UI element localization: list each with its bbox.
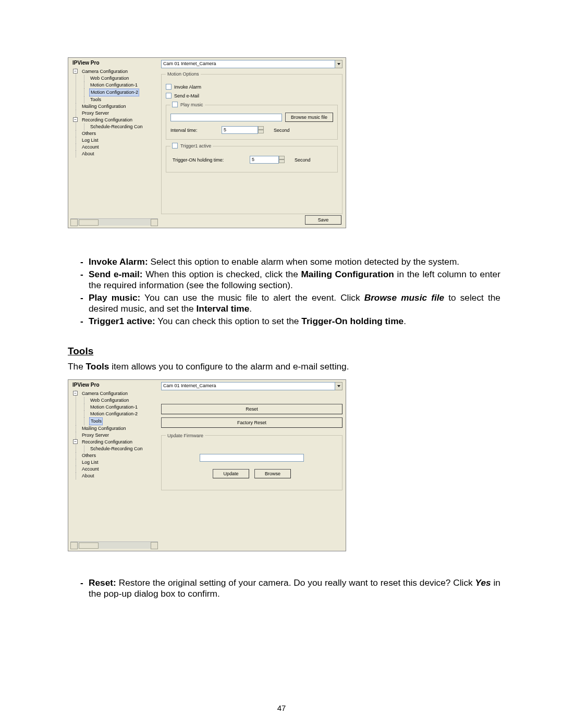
play-music-checkbox[interactable] [172, 102, 178, 107]
tree-item-web-config[interactable]: Web Configuration [89, 75, 129, 82]
app-title: IPView Pro [70, 59, 158, 66]
trigger1-active-checkbox[interactable] [172, 143, 178, 149]
camera-select[interactable]: Cam 01 Internet_Camera [161, 60, 342, 68]
update-button[interactable]: Update [213, 469, 249, 478]
save-button[interactable]: Save [305, 215, 341, 225]
tree-item-recording-config[interactable]: Recording Configuration [81, 117, 132, 124]
tools-intro: The Tools item allows you to configure t… [68, 361, 500, 372]
tree-item-about-2[interactable]: About [81, 473, 94, 479]
camera-select-value: Cam 01 Internet_Camera [161, 60, 335, 68]
config-tree[interactable]: − Camera Configuration Web Configuration… [70, 67, 158, 217]
app-title-2: IPView Pro [70, 381, 158, 388]
trigger-unit: Second [295, 157, 311, 163]
tree-item-others-2[interactable]: Others [81, 452, 96, 459]
motion-options-group: Motion Options Invoke Alarm Send e-Mail … [161, 71, 342, 214]
invoke-alarm-checkbox[interactable]: Invoke Alarm [166, 84, 338, 90]
tree-collapse-icon-2[interactable]: − [73, 117, 78, 122]
page-number: 47 [0, 704, 563, 712]
firmware-path-input[interactable] [200, 454, 304, 462]
tree-item-mailing-config-2[interactable]: Mailing Configuration [81, 425, 126, 432]
tree-collapse-icon-b2[interactable]: − [73, 439, 78, 444]
tree-item-mailing-config[interactable]: Mailing Configuration [81, 103, 126, 110]
factory-reset-button[interactable]: Factory Reset [161, 417, 342, 428]
scroll-right-icon-2[interactable] [151, 542, 158, 549]
trigger-on-label: Trigger-ON holding time: [173, 157, 246, 163]
doc-bullet-play-music: Play music: You can use the music file t… [80, 292, 500, 314]
tree-item-proxy-server[interactable]: Proxy Server [81, 110, 109, 117]
doc-bullet-send-email: Send e-mail: When this option is checked… [80, 269, 500, 291]
tree-item-account[interactable]: Account [81, 144, 99, 151]
tree-item-tools[interactable]: Tools [89, 96, 101, 103]
tree-item-others[interactable]: Others [81, 130, 96, 137]
tree-item-camera-config-2[interactable]: Camera Configuration [81, 390, 128, 397]
tree-item-recording-config-2[interactable]: Recording Configuration [81, 439, 132, 446]
tree-item-log-list-2[interactable]: Log List [81, 459, 99, 466]
interval-spinner[interactable] [258, 126, 264, 134]
tree-hscrollbar[interactable] [70, 218, 158, 226]
tree-item-log-list[interactable]: Log List [81, 137, 99, 144]
camera-select-2[interactable]: Cam 01 Internet_Camera [161, 382, 342, 390]
tree-item-motion-config-2[interactable]: Motion Configuration-2 [89, 89, 139, 96]
chevron-down-icon[interactable] [335, 60, 342, 68]
doc-bullet-invoke-alarm: Invoke Alarm: Select this option to enab… [80, 256, 500, 267]
browse-music-file-button[interactable]: Browse music file [285, 113, 333, 122]
update-firmware-group: Update Firmware Update Browse [161, 433, 342, 490]
config-tree-2[interactable]: − Camera Configuration Web Configuration… [70, 389, 158, 540]
scroll-thumb-2[interactable] [79, 542, 99, 549]
doc-bullet-trigger1: Trigger1 active: You can check this opti… [80, 316, 500, 327]
tree-collapse-icon[interactable]: − [73, 69, 78, 73]
tree-item-camera-config[interactable]: Camera Configuration [81, 68, 128, 75]
motion-options-legend: Motion Options [166, 71, 201, 77]
tree-item-account-2[interactable]: Account [81, 466, 99, 473]
interval-unit: Second [274, 128, 290, 133]
send-email-checkbox[interactable]: Send e-Mail [166, 93, 338, 98]
interval-time-input[interactable]: 5 [222, 126, 258, 134]
scroll-left-icon-2[interactable] [70, 542, 78, 549]
trigger-spinner[interactable] [279, 156, 285, 164]
tree-hscrollbar-2[interactable] [70, 541, 158, 549]
tree-item-motion-config-1-2[interactable]: Motion Configuration-1 [89, 404, 138, 411]
browse-button[interactable]: Browse [254, 469, 291, 478]
tree-item-tools-2[interactable]: Tools [89, 417, 103, 425]
tree-item-web-config-2[interactable]: Web Configuration [89, 397, 129, 404]
app-window-tools: IPView Pro − Camera Configuration Web Co… [68, 379, 346, 551]
trigger-on-input[interactable]: 5 [250, 156, 279, 164]
tree-item-schedule-recording-2[interactable]: Schedule-Recording Con [89, 446, 143, 452]
play-music-group: Play music Browse music file Interval ti… [166, 102, 338, 140]
music-file-path[interactable] [170, 114, 282, 121]
tree-collapse-icon-b[interactable]: − [73, 391, 78, 396]
doc-bullet-reset: Reset: Restore the original setting of y… [80, 577, 500, 599]
update-firmware-legend: Update Firmware [166, 433, 205, 438]
tree-item-proxy-server-2[interactable]: Proxy Server [81, 432, 109, 439]
scroll-left-icon[interactable] [70, 219, 78, 226]
tools-heading: Tools [68, 345, 500, 357]
tree-item-about[interactable]: About [81, 151, 94, 157]
scroll-thumb[interactable] [79, 219, 99, 226]
app-window-motion: IPView Pro − Camera Configuration Web Co… [68, 57, 346, 228]
tree-item-motion-config-2-2[interactable]: Motion Configuration-2 [89, 411, 138, 417]
camera-select-value-2: Cam 01 Internet_Camera [161, 382, 335, 390]
trigger1-group: Trigger1 active Trigger-ON holding time:… [166, 143, 338, 172]
tree-item-schedule-recording[interactable]: Schedule-Recording Con [89, 124, 143, 130]
tree-item-motion-config-1[interactable]: Motion Configuration-1 [89, 82, 138, 89]
scroll-right-icon[interactable] [151, 219, 158, 226]
reset-button[interactable]: Reset [161, 404, 342, 414]
interval-time-label: Interval time: [170, 128, 217, 133]
chevron-down-icon-2[interactable] [335, 382, 342, 390]
